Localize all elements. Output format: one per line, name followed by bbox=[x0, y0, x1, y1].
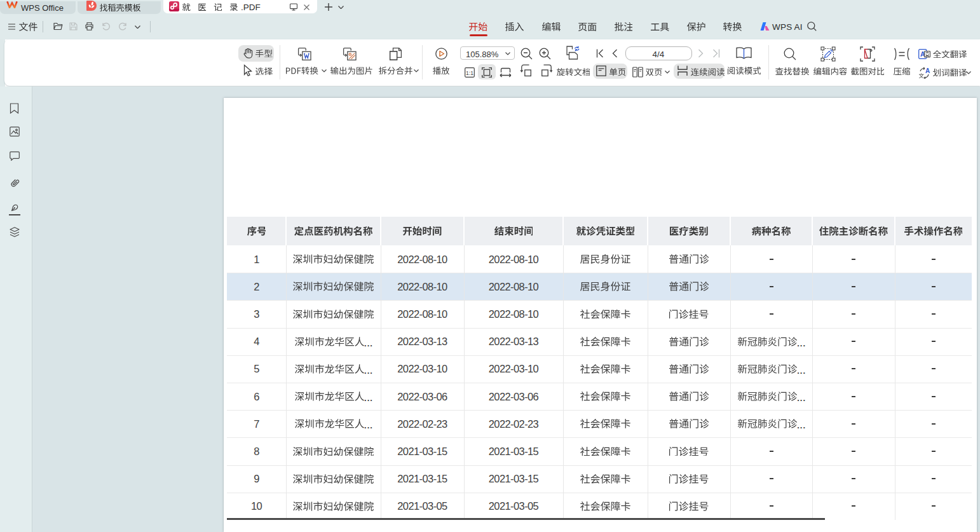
svg-text:A: A bbox=[925, 67, 930, 74]
svg-text:1:1: 1:1 bbox=[466, 70, 473, 76]
